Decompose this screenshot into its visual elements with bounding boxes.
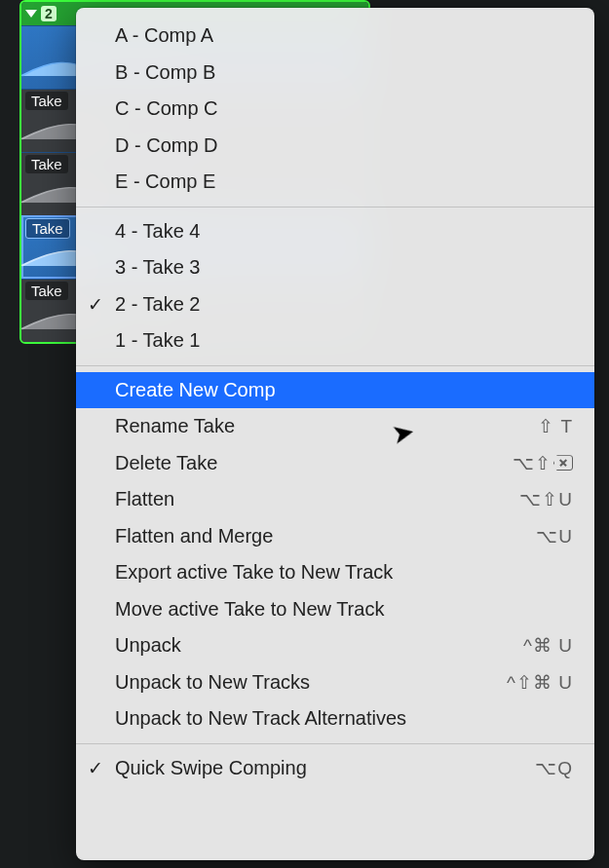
menu-item-label: 1 - Take 1 — [115, 329, 200, 352]
take-folder-menu: A - Comp A B - Comp B C - Comp C D - Com… — [76, 8, 594, 860]
menu-item-flatten-and-merge[interactable]: Flatten and Merge ⌥U — [76, 518, 594, 555]
menu-item-label: 2 - Take 2 — [115, 293, 200, 316]
menu-item-label: Flatten — [115, 488, 174, 510]
menu-item-label: Delete Take — [115, 452, 217, 474]
checkmark-icon: ✓ — [88, 757, 103, 779]
menu-item-shortcut: ⌥⇧ — [513, 452, 573, 474]
menu-item-unpack-track-alternatives[interactable]: Unpack to New Track Alternatives — [76, 700, 594, 737]
take-folder-count-badge: 2 — [41, 6, 57, 21]
menu-item-flatten[interactable]: Flatten ⌥⇧U — [76, 481, 594, 518]
menu-item-take-2[interactable]: ✓ 2 - Take 2 — [76, 286, 594, 323]
menu-item-comp-c[interactable]: C - Comp C — [76, 91, 594, 128]
menu-item-quick-swipe-comping[interactable]: ✓ Quick Swipe Comping ⌥Q — [76, 750, 594, 787]
menu-item-label: Rename Take — [115, 415, 235, 437]
menu-item-take-1[interactable]: 1 - Take 1 — [76, 322, 594, 359]
menu-item-label: E - Comp E — [115, 170, 215, 193]
menu-item-comp-e[interactable]: E - Comp E — [76, 164, 594, 201]
menu-separator — [76, 743, 594, 744]
checkmark-icon: ✓ — [88, 293, 103, 316]
menu-item-label: Flatten and Merge — [115, 525, 273, 547]
menu-item-label: 3 - Take 3 — [115, 256, 200, 279]
menu-item-shortcut: ⇧ T — [538, 415, 573, 437]
menu-item-rename-take[interactable]: Rename Take ⇧ T — [76, 408, 594, 445]
menu-item-delete-take[interactable]: Delete Take ⌥⇧ — [76, 445, 594, 482]
menu-item-label: C - Comp C — [115, 97, 218, 120]
take-lane-label: Take — [25, 218, 70, 239]
menu-item-label: Unpack — [115, 634, 181, 657]
menu-item-label: B - Comp B — [115, 61, 215, 84]
menu-item-label: Export active Take to New Track — [115, 561, 393, 584]
menu-item-shortcut: ⌥⇧U — [519, 488, 573, 510]
menu-item-label: Unpack to New Tracks — [115, 671, 310, 694]
menu-item-comp-d[interactable]: D - Comp D — [76, 128, 594, 165]
menu-item-move-active-take[interactable]: Move active Take to New Track — [76, 591, 594, 628]
take-lane-label: Take — [25, 155, 68, 173]
menu-item-shortcut: ^⌘ U — [523, 634, 573, 657]
menu-item-shortcut: ⌥Q — [535, 757, 573, 779]
menu-item-label: Move active Take to New Track — [115, 598, 384, 621]
menu-item-export-active-take[interactable]: Export active Take to New Track — [76, 554, 594, 591]
menu-item-shortcut: ^⇧⌘ U — [507, 671, 573, 694]
menu-item-comp-b[interactable]: B - Comp B — [76, 55, 594, 92]
menu-item-take-4[interactable]: 4 - Take 4 — [76, 213, 594, 250]
menu-item-label: Unpack to New Track Alternatives — [115, 707, 406, 730]
delete-tag-icon — [553, 455, 573, 471]
menu-item-label: A - Comp A — [115, 24, 213, 47]
disclosure-triangle-icon[interactable] — [25, 10, 37, 18]
menu-item-shortcut: ⌥U — [536, 525, 573, 547]
menu-separator — [76, 207, 594, 208]
menu-item-label: Quick Swipe Comping — [115, 757, 307, 779]
menu-item-label: 4 - Take 4 — [115, 220, 200, 243]
menu-item-create-new-comp[interactable]: Create New Comp — [76, 372, 594, 409]
menu-separator — [76, 365, 594, 366]
menu-item-unpack-new-tracks[interactable]: Unpack to New Tracks ^⇧⌘ U — [76, 664, 594, 701]
menu-item-unpack[interactable]: Unpack ^⌘ U — [76, 627, 594, 664]
take-lane-label: Take — [25, 282, 68, 300]
take-lane-label: Take — [25, 92, 68, 110]
menu-item-take-3[interactable]: 3 - Take 3 — [76, 249, 594, 286]
menu-item-comp-a[interactable]: A - Comp A — [76, 18, 594, 55]
menu-item-label: Create New Comp — [115, 379, 276, 401]
menu-item-label: D - Comp D — [115, 134, 218, 157]
